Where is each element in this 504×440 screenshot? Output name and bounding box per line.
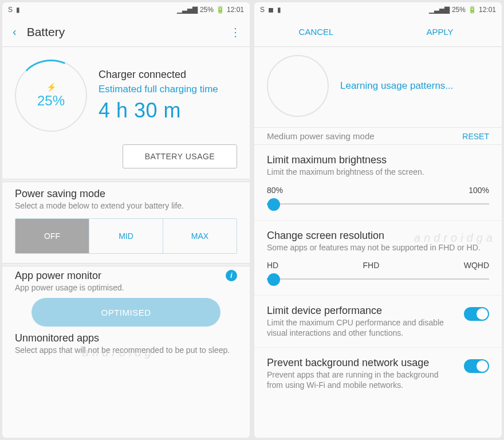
psm-off[interactable]: OFF	[15, 219, 89, 253]
reset-button[interactable]: RESET	[462, 132, 489, 141]
bg-section: Prevent background network usage Prevent…	[254, 348, 502, 399]
res-wqhd: WQHD	[464, 261, 489, 270]
back-icon[interactable]: ‹	[13, 25, 17, 38]
est-full-time-value: 4 h 30 m	[99, 99, 237, 123]
psm-mid[interactable]: MID	[89, 219, 163, 253]
sb-time: 12:01	[479, 6, 496, 14]
sb-s: S	[8, 6, 13, 14]
charge-card: ⚡ 25% Charger connected Estimated full c…	[2, 47, 250, 179]
bg-title: Prevent background network usage	[267, 357, 456, 369]
sb-pct: 25%	[452, 6, 466, 14]
sb-time: 12:01	[227, 6, 244, 14]
mode-label: Medium power saving mode	[267, 131, 375, 141]
ring-placeholder	[267, 55, 329, 117]
sim-icon: ▮	[277, 6, 281, 14]
brightness-slider[interactable]	[267, 198, 489, 210]
overflow-menu-icon[interactable]	[230, 25, 239, 39]
bg-toggle[interactable]	[464, 359, 489, 373]
perf-toggle[interactable]	[464, 307, 489, 321]
res-fhd: FHD	[363, 261, 380, 270]
bg-sub: Prevent apps that are running in the bac…	[267, 370, 456, 390]
page-title: Battery	[27, 25, 230, 39]
psm-segmented: OFF MID MAX	[15, 218, 237, 254]
app-power-monitor-section: i App power monitor App power usage is o…	[2, 266, 250, 329]
signal-icon: ▁▃▅▇	[429, 6, 450, 14]
unmonitored-apps-section[interactable]: Unmonitored apps Select apps that will n…	[2, 329, 250, 357]
rec-icon: ◼	[268, 6, 274, 14]
mode-bar: Medium power saving mode RESET	[254, 127, 502, 145]
res-hd: HD	[267, 261, 278, 270]
sb-s: S	[260, 6, 265, 14]
optimised-button[interactable]: OPTIMISED	[32, 298, 220, 327]
apm-sub: App power usage is optimised.	[15, 283, 237, 292]
brightness-high: 100%	[468, 186, 489, 195]
psm-title: Power saving mode	[15, 188, 237, 200]
battery-icon: 🔋	[216, 6, 225, 14]
left-screenshot: S ▮ ▁▃▅▇ 25% 🔋 12:01 ‹ Battery ⚡ 25% Cha…	[2, 2, 250, 438]
patterns-text: Learning usage patterns...	[340, 80, 454, 92]
sb-pct: 25%	[200, 6, 214, 14]
battery-icon: 🔋	[468, 6, 477, 14]
psm-max[interactable]: MAX	[163, 219, 237, 253]
perf-sub: Limit the maximum CPU performance and di…	[267, 318, 456, 338]
perf-section: Limit device performance Limit the maxim…	[254, 296, 502, 347]
battery-usage-button[interactable]: BATTERY USAGE	[123, 144, 237, 168]
statusbar: S ◼ ▮ ▁▃▅▇ 25% 🔋 12:01	[254, 2, 502, 17]
bolt-icon: ⚡	[46, 82, 56, 92]
brightness-title: Limit maximum brightness	[267, 154, 489, 166]
est-full-time-label: Estimated full charging time	[99, 83, 237, 95]
power-saving-mode-section: Power saving mode Select a mode below to…	[2, 182, 250, 263]
ring-pct: 25%	[37, 93, 65, 109]
psm-sub: Select a mode below to extend your batte…	[15, 201, 237, 210]
brightness-sub: Limit the maximum brightness of the scre…	[267, 167, 489, 178]
titlebar: ‹ Battery	[2, 17, 250, 47]
un-sub: Select apps that will not be recommended…	[15, 345, 237, 355]
charger-connected: Charger connected	[99, 69, 237, 81]
perf-title: Limit device performance	[267, 305, 456, 317]
apply-button[interactable]: APPLY	[378, 27, 502, 37]
apm-title: App power monitor	[15, 270, 237, 282]
brightness-low: 80%	[267, 186, 283, 195]
actionbar: CANCEL APPLY	[254, 17, 502, 47]
patterns-row: Learning usage patterns...	[254, 47, 502, 127]
right-screenshot: S ◼ ▮ ▁▃▅▇ 25% 🔋 12:01 CANCEL APPLY Lear…	[254, 2, 502, 438]
resolution-section: Change screen resolution Some apps or fe…	[254, 221, 502, 296]
signal-icon: ▁▃▅▇	[177, 6, 198, 14]
res-sub: Some apps or features may not be support…	[267, 243, 489, 253]
brightness-section: Limit maximum brightness Limit the maxim…	[254, 145, 502, 220]
resolution-slider[interactable]	[267, 273, 489, 285]
un-title: Unmonitored apps	[15, 332, 237, 344]
statusbar: S ▮ ▁▃▅▇ 25% 🔋 12:01	[2, 2, 250, 17]
res-title: Change screen resolution	[267, 230, 489, 242]
sim-icon: ▮	[16, 6, 20, 14]
battery-ring: ⚡ 25%	[15, 60, 87, 132]
info-icon[interactable]: i	[226, 270, 237, 281]
cancel-button[interactable]: CANCEL	[254, 27, 378, 37]
